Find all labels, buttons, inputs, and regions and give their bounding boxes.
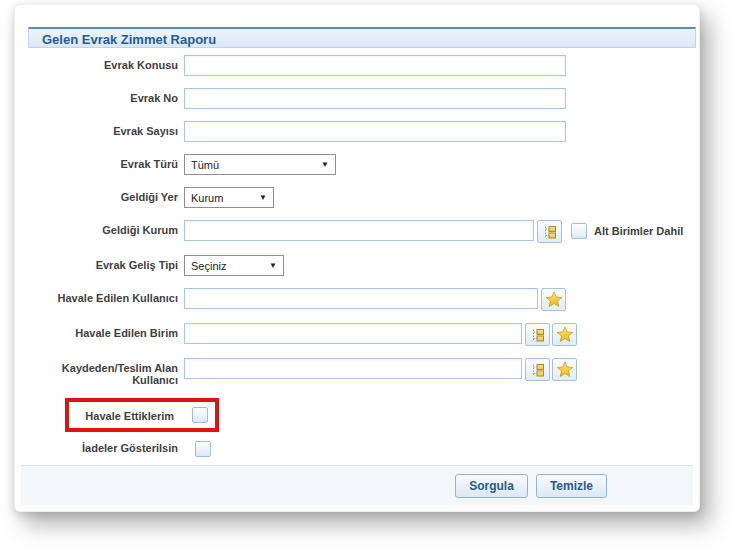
row-kaydeden-teslim-alan: Kaydeden/Teslim Alan Kullanıcı [28, 358, 696, 386]
havale-edilen-birim-tree-picker-button[interactable] [525, 323, 550, 346]
iadeler-gosterilsin-checkbox[interactable] [195, 441, 211, 457]
geldigi-kurum-input[interactable] [184, 220, 534, 241]
evrak-gelis-tipi-label: Evrak Geliş Tipi [28, 255, 178, 271]
evrak-sayisi-input[interactable] [184, 121, 566, 142]
screenshot-canvas: Gelen Evrak Zimmet Raporu Evrak Konusu E… [0, 0, 739, 554]
sorgula-button[interactable]: Sorgula [455, 474, 528, 498]
evrak-gelis-tipi-select[interactable]: Seçiniz ▼ [184, 255, 284, 276]
row-geldigi-kurum: Geldiği Kurum Alt Birimler Dahil [28, 220, 696, 243]
dialog-window: Gelen Evrak Zimmet Raporu Evrak Konusu E… [14, 4, 700, 512]
geldigi-kurum-tree-picker-button[interactable] [537, 220, 562, 243]
alt-birimler-dahil-label: Alt Birimler Dahil [594, 220, 683, 237]
evrak-konusu-input[interactable] [184, 55, 566, 76]
evrak-no-input[interactable] [184, 88, 566, 109]
dialog-footer: Sorgula Temizle [21, 465, 693, 505]
report-form: Evrak Konusu Evrak No Evrak Sayısı Evrak… [28, 48, 696, 461]
highlight-annotation-box: Havale Ettiklerim [65, 398, 219, 432]
row-evrak-turu: Evrak Türü Tümü ▼ [28, 154, 696, 175]
evrak-sayisi-label: Evrak Sayısı [28, 121, 178, 137]
geldigi-kurum-label: Geldiği Kurum [28, 220, 178, 236]
havale-edilen-birim-favorites-button[interactable] [552, 323, 577, 346]
row-havale-edilen-birim: Havale Edilen Birim [28, 323, 696, 346]
page-title: Gelen Evrak Zimmet Raporu [42, 32, 216, 47]
kaydeden-teslim-alan-favorites-button[interactable] [552, 358, 577, 381]
star-icon [556, 361, 574, 378]
havale-ettiklerim-checkbox[interactable] [192, 407, 208, 423]
chevron-down-icon: ▼ [321, 160, 329, 169]
havale-edilen-birim-label: Havale Edilen Birim [28, 323, 178, 339]
org-tree-icon [531, 363, 545, 377]
evrak-konusu-label: Evrak Konusu [28, 55, 178, 71]
alt-birimler-dahil-checkbox[interactable] [571, 223, 587, 239]
evrak-turu-selected-value: Tümü [191, 159, 219, 171]
havale-edilen-kullanici-favorites-button[interactable] [541, 288, 566, 311]
chevron-down-icon: ▼ [269, 261, 277, 270]
havale-ettiklerim-label: Havale Ettiklerim [69, 408, 174, 422]
evrak-no-label: Evrak No [28, 88, 178, 104]
geldigi-yer-select[interactable]: Kurum ▼ [184, 187, 274, 208]
panel-header: Gelen Evrak Zimmet Raporu [28, 27, 696, 48]
geldigi-yer-label: Geldiği Yer [28, 187, 178, 203]
temizle-button[interactable]: Temizle [536, 474, 607, 498]
evrak-turu-label: Evrak Türü [28, 154, 178, 170]
row-havale-ettiklerim: Havale Ettiklerim [28, 398, 696, 432]
row-havale-edilen-kullanici: Havale Edilen Kullanıcı [28, 288, 696, 311]
star-icon [556, 326, 574, 343]
row-geldigi-yer: Geldiği Yer Kurum ▼ [28, 187, 696, 208]
geldigi-yer-selected-value: Kurum [191, 192, 223, 204]
report-panel: Gelen Evrak Zimmet Raporu Evrak Konusu E… [28, 27, 696, 473]
iadeler-gosterilsin-label: İadeler Gösterilsin [28, 440, 178, 454]
row-evrak-gelis-tipi: Evrak Geliş Tipi Seçiniz ▼ [28, 255, 696, 276]
org-tree-icon [531, 328, 545, 342]
evrak-gelis-tipi-selected-value: Seçiniz [191, 260, 226, 272]
kaydeden-teslim-alan-label: Kaydeden/Teslim Alan Kullanıcı [28, 358, 178, 386]
kaydeden-teslim-alan-tree-picker-button[interactable] [525, 358, 550, 381]
kaydeden-teslim-alan-input[interactable] [184, 358, 522, 379]
org-tree-icon [543, 225, 557, 239]
row-evrak-sayisi: Evrak Sayısı [28, 121, 696, 142]
chevron-down-icon: ▼ [259, 193, 267, 202]
kaydeden-label-line1: Kaydeden/Teslim Alan [28, 362, 178, 374]
evrak-turu-select[interactable]: Tümü ▼ [184, 154, 336, 175]
row-iadeler-gosterilsin: İadeler Gösterilsin [28, 440, 696, 461]
havale-edilen-birim-input[interactable] [184, 323, 522, 344]
havale-edilen-kullanici-input[interactable] [184, 288, 538, 309]
havale-edilen-kullanici-label: Havale Edilen Kullanıcı [28, 288, 178, 304]
kaydeden-label-line2: Kullanıcı [28, 374, 178, 386]
row-evrak-no: Evrak No [28, 88, 696, 109]
star-icon [545, 291, 563, 308]
row-evrak-konusu: Evrak Konusu [28, 55, 696, 76]
